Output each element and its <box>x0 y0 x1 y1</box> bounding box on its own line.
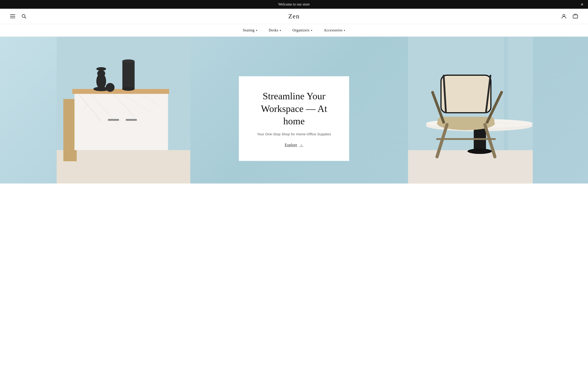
svg-point-5 <box>563 15 565 17</box>
organizers-chevron-icon: ▾ <box>311 29 312 32</box>
nav-item-desks[interactable]: Desks ▾ <box>269 28 281 32</box>
store-logo[interactable]: Zen <box>288 13 300 20</box>
hero-title: Streamline Your Workspace — At home <box>255 90 333 127</box>
explore-arrow-icon: → <box>300 143 303 147</box>
svg-point-26 <box>122 59 135 63</box>
nav-organizers-label: Organizers <box>292 28 310 32</box>
hamburger-icon <box>10 14 15 18</box>
nav-item-accessories[interactable]: Accessories ▾ <box>324 28 345 32</box>
nav-accessories-label: Accessories <box>324 28 343 32</box>
header: Zen <box>0 9 588 24</box>
nav-desks-label: Desks <box>269 28 278 32</box>
nav-item-organizers[interactable]: Organizers ▾ <box>292 28 312 32</box>
nav-item-seating[interactable]: Seating ▾ <box>243 28 257 32</box>
svg-rect-10 <box>74 92 168 150</box>
hero-subtitle: Your One-Stop Shop for Home-Office Suppl… <box>255 132 333 136</box>
svg-rect-6 <box>573 15 578 18</box>
svg-rect-25 <box>122 61 135 89</box>
nav-seating-label: Seating <box>243 28 255 32</box>
svg-point-36 <box>467 149 492 154</box>
search-button[interactable] <box>21 13 27 19</box>
announcement-text: Welcome to our store <box>278 2 310 6</box>
cart-button[interactable] <box>572 13 579 20</box>
explore-button[interactable]: Explore → <box>285 143 303 147</box>
accessories-chevron-icon: ▾ <box>344 29 345 32</box>
svg-point-23 <box>96 67 106 71</box>
chair-illustration <box>353 37 588 184</box>
svg-rect-30 <box>408 150 533 184</box>
search-icon <box>22 14 26 19</box>
cart-icon <box>573 14 578 19</box>
hero-left-image <box>0 37 247 184</box>
desks-chevron-icon: ▾ <box>280 29 281 32</box>
svg-rect-19 <box>72 89 169 94</box>
nav-bar: Seating ▾ Desks ▾ Organizers ▾ Accessori… <box>0 24 588 37</box>
menu-button[interactable] <box>9 13 16 19</box>
hero-content-box: Streamline Your Workspace — At home Your… <box>239 76 349 161</box>
announcement-bar: Welcome to our store × <box>0 0 588 9</box>
svg-rect-8 <box>57 150 190 184</box>
account-icon <box>561 14 566 19</box>
svg-rect-18 <box>126 119 137 121</box>
account-button[interactable] <box>561 13 567 20</box>
announcement-close-button[interactable]: × <box>581 2 583 7</box>
svg-line-4 <box>25 17 26 19</box>
svg-point-22 <box>97 70 105 77</box>
header-left <box>9 13 27 19</box>
cabinet-illustration <box>0 37 247 184</box>
hero-section: Streamline Your Workspace — At home Your… <box>0 37 588 184</box>
svg-rect-17 <box>108 119 119 121</box>
header-right <box>561 13 579 20</box>
svg-point-24 <box>106 83 115 92</box>
seating-chevron-icon: ▾ <box>256 29 258 32</box>
hero-right-image <box>353 37 588 184</box>
explore-label: Explore <box>285 143 297 147</box>
svg-rect-37 <box>441 76 490 112</box>
svg-point-27 <box>122 87 135 91</box>
